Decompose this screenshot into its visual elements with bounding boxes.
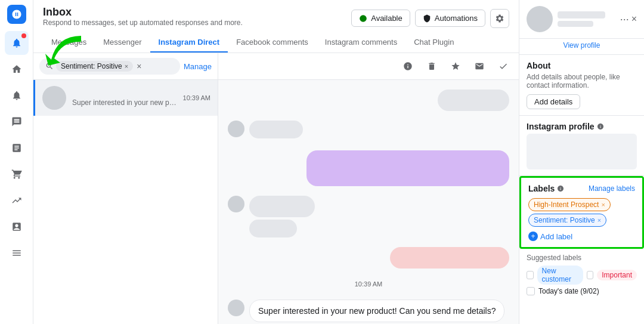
conversation-preview: Super interested in your new produc... (72, 98, 178, 107)
sent-bubble-large (306, 150, 509, 186)
sidebar-item-menu[interactable] (5, 241, 29, 265)
labels-title: Labels (528, 184, 564, 193)
suggested-new-customer: New customer (537, 266, 583, 285)
sidebar-item-shop[interactable] (5, 162, 29, 186)
inbox-area: Inbox Respond to messages, set up automa… (33, 0, 519, 324)
placeholder-msg-1 (438, 90, 509, 111)
avatar-placeholder (228, 121, 244, 137)
add-label-plus-icon: + (528, 232, 538, 241)
suggested-title: Suggested labels (527, 254, 637, 262)
new-customer-checkbox[interactable] (527, 271, 534, 279)
profile-name-area (558, 11, 620, 27)
label-high-intent-remove[interactable]: × (601, 201, 605, 208)
right-panel: ··· × View profile About Add details abo… (519, 0, 644, 324)
close-panel-button[interactable]: × (631, 14, 637, 24)
email-icon[interactable] (471, 58, 488, 75)
sidebar-item-pages[interactable] (5, 136, 29, 160)
tab-facebook-comments[interactable]: Facebook comments (228, 33, 317, 53)
labels-section: Labels Manage labels High-Intent Prospec… (519, 176, 644, 249)
suggested-important: Important (597, 270, 637, 280)
profile-avatar (527, 6, 553, 32)
available-button[interactable]: Available (351, 10, 410, 27)
sidebar-item-alerts[interactable] (5, 84, 29, 107)
suggested-new-customer-row: New customer Important (527, 266, 637, 285)
add-label-text: Add label (540, 232, 572, 241)
profile-sub-placeholder (558, 21, 593, 27)
info-icon[interactable] (400, 58, 416, 75)
sidebar-item-messages[interactable] (5, 110, 29, 134)
chat-messages: 10:39 AM Super interested in your new pr… (218, 80, 519, 324)
message-timestamp: 10:39 AM (228, 280, 509, 288)
manage-link[interactable]: Manage (184, 62, 212, 71)
about-section: About Add details about people, like con… (519, 55, 644, 116)
final-message-bubble: Super interested in your new product! Ca… (249, 300, 504, 322)
available-label: Available (371, 14, 402, 23)
conversation-list: Sentiment: Positive × × Manage Super int… (33, 53, 218, 324)
sent-bubble-small (390, 247, 509, 269)
sender-avatar (228, 300, 244, 316)
notification-badge (21, 33, 26, 38)
tab-messenger[interactable]: Messenger (95, 33, 150, 53)
profile-header: ··· × (519, 0, 644, 39)
conversation-item[interactable]: Super interested in your new produc... 1… (33, 80, 218, 116)
about-title: About (527, 61, 637, 70)
profile-name-placeholder (558, 11, 605, 18)
tab-instagram-direct[interactable]: Instagram Direct (150, 33, 228, 53)
tab-messages[interactable]: Messages (43, 33, 95, 53)
conversation-name (72, 90, 178, 98)
left-sidebar (0, 0, 33, 324)
sentiment-tag-text: Sentiment: Positive (61, 62, 122, 70)
sidebar-item-inbox[interactable] (5, 31, 29, 55)
svg-point-0 (360, 15, 367, 22)
suggested-labels-section: Suggested labels New customer Important … (519, 249, 644, 303)
conversation-avatar (42, 86, 66, 110)
search-clear-button[interactable]: × (135, 60, 143, 72)
ig-profile-title: Instagram profile (527, 122, 637, 131)
ig-profile-section: Instagram profile (519, 116, 644, 176)
labels-header: Labels Manage labels (528, 184, 635, 193)
sentiment-tag-remove[interactable]: × (125, 63, 128, 70)
todays-date-checkbox[interactable] (527, 287, 535, 295)
label-sentiment-remove[interactable]: × (597, 217, 601, 224)
search-inner: Sentiment: Positive × × (39, 58, 180, 75)
labels-info-icon (557, 185, 564, 192)
page-title: Inbox (43, 6, 243, 18)
final-message-row: Super interested in your new product! Ca… (228, 300, 509, 322)
sidebar-item-analytics[interactable] (5, 189, 29, 212)
sidebar-item-home[interactable] (5, 57, 29, 81)
search-icon (45, 62, 54, 70)
tab-chat-plugin[interactable]: Chat Plugin (405, 33, 462, 53)
tab-instagram-comments[interactable]: Instagram comments (317, 33, 405, 53)
sentiment-filter-tag: Sentiment: Positive × (56, 61, 133, 72)
manage-labels-link[interactable]: Manage labels (589, 184, 635, 193)
conversation-info: Super interested in your new produc... (72, 90, 178, 107)
label-high-intent: High-Intent Prospect × (528, 198, 611, 211)
settings-button[interactable] (490, 9, 509, 28)
header-actions: Available Automations (351, 9, 509, 28)
add-label-row[interactable]: + Add label (528, 232, 635, 241)
delete-icon[interactable] (423, 58, 440, 75)
meta-logo (7, 5, 26, 24)
inbox-header: Inbox Respond to messages, set up automa… (33, 0, 519, 53)
more-options-button[interactable]: ··· (620, 13, 629, 26)
search-bar: Sentiment: Positive × × Manage (33, 53, 218, 80)
ig-profile-info-icon (597, 123, 604, 130)
label-tags-container: High-Intent Prospect × Sentiment: Positi… (528, 198, 635, 229)
chat-area: 10:39 AM Super interested in your new pr… (218, 53, 519, 324)
sidebar-item-reports[interactable] (5, 215, 29, 239)
check-icon[interactable] (495, 58, 512, 75)
placeholder-msg-3 (249, 196, 315, 217)
label-sentiment: Sentiment: Positive × (528, 214, 606, 227)
star-icon[interactable] (447, 58, 464, 75)
page-subtitle: Respond to messages, set up automated re… (43, 18, 243, 27)
placeholder-msg-2 (249, 121, 303, 138)
automations-label: Automations (435, 14, 478, 23)
important-checkbox[interactable] (587, 271, 594, 279)
content-area: Sentiment: Positive × × Manage Super int… (33, 53, 519, 324)
view-profile-link[interactable]: View profile (519, 39, 644, 55)
placeholder-msg-4 (249, 220, 297, 237)
chat-toolbar (218, 53, 519, 80)
automations-button[interactable]: Automations (415, 10, 485, 27)
add-details-button[interactable]: Add details (527, 94, 580, 109)
avatar-placeholder-2 (228, 196, 244, 212)
